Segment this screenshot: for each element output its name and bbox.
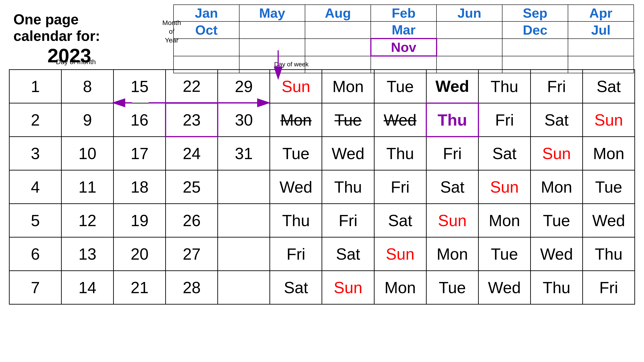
header-22: 22 bbox=[166, 70, 218, 103]
day-tue: Tue bbox=[374, 70, 426, 103]
num-26: 26 bbox=[166, 204, 218, 237]
num-empty6 bbox=[218, 237, 270, 271]
r5-tue: Tue bbox=[530, 204, 582, 237]
r4-tue: Tue bbox=[582, 170, 634, 204]
main-calendar: 1 8 15 22 29 Sun Mon Tue Wed Thu Fri Sat… bbox=[9, 69, 635, 305]
month-oct[interactable]: Oct bbox=[174, 21, 239, 39]
r7-sun: Sun bbox=[322, 271, 374, 304]
num-20: 20 bbox=[114, 237, 166, 271]
r6-fri: Fri bbox=[270, 237, 322, 271]
r5-fri: Fri bbox=[322, 204, 374, 237]
num-2: 2 bbox=[10, 103, 62, 137]
month-header-table: Jan May Aug Feb Jun Sep Apr Oct Mar Dec bbox=[173, 4, 634, 73]
r6-thu: Thu bbox=[582, 237, 634, 271]
day-wed: Wed bbox=[426, 70, 478, 103]
page-container: One page calendar for: 2023 MonthofYear … bbox=[0, 0, 644, 362]
r2-wed: Wed bbox=[374, 103, 426, 137]
month-may[interactable]: May bbox=[239, 5, 305, 21]
month-nov[interactable]: Nov bbox=[371, 39, 436, 56]
month-r3c3 bbox=[305, 39, 371, 56]
month-apr[interactable]: Apr bbox=[568, 5, 634, 21]
r4-wed: Wed bbox=[270, 170, 322, 204]
month-mar[interactable]: Mar bbox=[371, 21, 436, 39]
num-12: 12 bbox=[62, 204, 114, 237]
month-jul[interactable]: Jul bbox=[568, 21, 634, 39]
r6-sun: Sun bbox=[374, 237, 426, 271]
r7-sat: Sat bbox=[270, 271, 322, 304]
r6-tue: Tue bbox=[478, 237, 530, 271]
month-r3c7 bbox=[568, 39, 634, 56]
num-11: 11 bbox=[62, 170, 114, 204]
r6-wed: Wed bbox=[530, 237, 582, 271]
header-1: 1 bbox=[10, 70, 62, 103]
day-thu: Thu bbox=[478, 70, 530, 103]
day-fri: Fri bbox=[530, 70, 582, 103]
num-19: 19 bbox=[114, 204, 166, 237]
header-8: 8 bbox=[62, 70, 114, 103]
r3-sat: Sat bbox=[478, 137, 530, 170]
num-4: 4 bbox=[10, 170, 62, 204]
month-header-section: Jan May Aug Feb Jun Sep Apr Oct Mar Dec bbox=[173, 4, 634, 73]
month-r3c6 bbox=[502, 39, 568, 56]
month-r3c2 bbox=[239, 39, 305, 56]
r4-thu: Thu bbox=[322, 170, 374, 204]
day-of-month-label: Day of month bbox=[56, 58, 96, 66]
title-line1: One page calendar for: bbox=[14, 11, 125, 44]
r5-sat: Sat bbox=[374, 204, 426, 237]
day-sat: Sat bbox=[582, 70, 634, 103]
num-empty7 bbox=[218, 271, 270, 304]
r7-fri: Fri bbox=[582, 271, 634, 304]
r7-mon: Mon bbox=[374, 271, 426, 304]
num-6: 6 bbox=[10, 237, 62, 271]
num-28: 28 bbox=[166, 271, 218, 304]
r4-fri: Fri bbox=[374, 170, 426, 204]
month-aug[interactable]: Aug bbox=[305, 5, 371, 21]
r7-wed: Wed bbox=[478, 271, 530, 304]
num-3: 3 bbox=[10, 137, 62, 170]
r3-sun: Sun bbox=[530, 137, 582, 170]
num-14: 14 bbox=[62, 271, 114, 304]
month-jun[interactable]: Jun bbox=[436, 5, 502, 21]
r4-sat: Sat bbox=[426, 170, 478, 204]
r6-mon: Mon bbox=[426, 237, 478, 271]
month-r2c5 bbox=[436, 21, 502, 39]
r3-fri: Fri bbox=[426, 137, 478, 170]
r2-sat: Sat bbox=[530, 103, 582, 137]
num-empty5 bbox=[218, 204, 270, 237]
num-27: 27 bbox=[166, 237, 218, 271]
month-jan[interactable]: Jan bbox=[174, 5, 239, 21]
r4-sun: Sun bbox=[478, 170, 530, 204]
r6-sat: Sat bbox=[322, 237, 374, 271]
month-dec[interactable]: Dec bbox=[502, 21, 568, 39]
month-r2c3 bbox=[305, 21, 371, 39]
month-r3c5 bbox=[436, 39, 502, 56]
num-21: 21 bbox=[114, 271, 166, 304]
r5-sun: Sun bbox=[426, 204, 478, 237]
num-25: 25 bbox=[166, 170, 218, 204]
r3-thu: Thu bbox=[374, 137, 426, 170]
r5-mon: Mon bbox=[478, 204, 530, 237]
r3-mon: Mon bbox=[582, 137, 634, 170]
day-sun: Sun bbox=[270, 70, 322, 103]
month-sep[interactable]: Sep bbox=[502, 5, 568, 21]
num-7: 7 bbox=[10, 271, 62, 304]
r7-thu: Thu bbox=[530, 271, 582, 304]
num-24: 24 bbox=[166, 137, 218, 170]
r2-fri: Fri bbox=[478, 103, 530, 137]
month-feb[interactable]: Feb bbox=[371, 5, 436, 21]
num-5: 5 bbox=[10, 204, 62, 237]
num-18: 18 bbox=[114, 170, 166, 204]
num-16: 16 bbox=[114, 103, 166, 137]
num-13: 13 bbox=[62, 237, 114, 271]
day-mon: Mon bbox=[322, 70, 374, 103]
num-23: 23 bbox=[166, 103, 218, 137]
header-29: 29 bbox=[218, 70, 270, 103]
r2-sun: Sun bbox=[582, 103, 634, 137]
r4-mon: Mon bbox=[530, 170, 582, 204]
r3-wed: Wed bbox=[322, 137, 374, 170]
num-31: 31 bbox=[218, 137, 270, 170]
num-empty4 bbox=[218, 170, 270, 204]
num-30: 30 bbox=[218, 103, 270, 137]
r2-mon: Mon bbox=[270, 103, 322, 137]
r3-tue: Tue bbox=[270, 137, 322, 170]
